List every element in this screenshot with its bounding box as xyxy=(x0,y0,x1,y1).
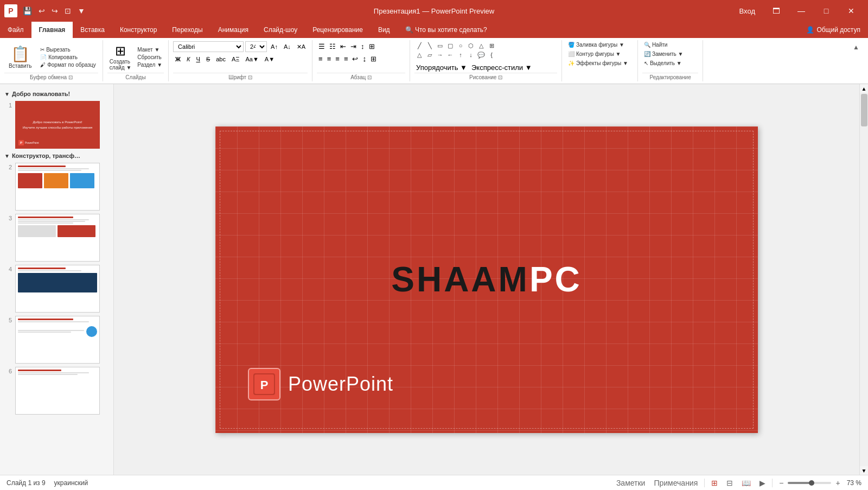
scrollbar-thumb[interactable] xyxy=(861,94,867,126)
shape-roundrect[interactable]: ▢ xyxy=(445,41,455,50)
section-2-header[interactable]: ▼ Конструктор, трансф… xyxy=(0,150,113,161)
align-right-button[interactable]: ≡ xyxy=(334,54,341,64)
spacing-button[interactable]: AΞ xyxy=(229,55,242,63)
shadow-button[interactable]: abc xyxy=(214,55,228,63)
underline-button[interactable]: Ч xyxy=(194,55,202,63)
slide-item-6[interactable]: 6 xyxy=(0,365,113,416)
shape-effects-button[interactable]: ✨ Эффекты фигуры ▼ xyxy=(566,60,630,67)
scrollbar-track[interactable] xyxy=(860,93,868,466)
shape-left-arrow[interactable]: ← xyxy=(445,50,455,59)
share-button[interactable]: 👤 Общий доступ xyxy=(799,22,868,38)
paste-button[interactable]: 📋 Вставить xyxy=(4,44,36,70)
restore-button[interactable]: 🗖 xyxy=(764,0,789,22)
shape-bracket[interactable]: { xyxy=(487,50,496,59)
shape-callout[interactable]: 💬 xyxy=(476,50,486,59)
new-slide-button[interactable]: ⊞ Создатьслайд ▼ xyxy=(107,42,134,72)
quick-styles-button[interactable]: Экспресс-стили ▼ xyxy=(470,62,534,73)
zoom-level[interactable]: 73 % xyxy=(847,479,861,487)
find-button[interactable]: 🔍 Найти xyxy=(642,41,669,48)
tab-search[interactable]: 🔍 Что вы хотите сделать? xyxy=(398,22,495,38)
save-button[interactable]: 💾 xyxy=(21,5,34,16)
shape-arrow[interactable]: △ xyxy=(476,41,486,50)
scroll-down-button[interactable]: ▼ xyxy=(860,466,868,475)
shape-fill-button[interactable]: 🪣 Заливка фигуры ▼ xyxy=(566,41,626,48)
align-left-button[interactable]: ≡ xyxy=(317,54,324,64)
shape-more[interactable]: ⬡ xyxy=(466,41,476,50)
scroll-up-button[interactable]: ▲ xyxy=(860,84,868,93)
tab-slideshow[interactable]: Слайд-шоу xyxy=(256,22,305,38)
collapse-ribbon-button[interactable]: ▲ xyxy=(848,42,864,52)
section-button[interactable]: Раздел ▼ xyxy=(136,61,164,68)
clear-format-button[interactable]: ✕A xyxy=(295,43,308,51)
tab-file[interactable]: Файл xyxy=(0,22,31,38)
notes-button[interactable]: Заметки xyxy=(614,478,648,488)
zoom-out-button[interactable]: − xyxy=(777,478,786,488)
select-button[interactable]: ↖ Выделить ▼ xyxy=(642,60,684,67)
present-button[interactable]: ⊡ xyxy=(62,5,73,16)
arrange-button[interactable]: Упорядочить ▼ xyxy=(414,62,469,73)
smartart-button[interactable]: ⊞ xyxy=(369,54,378,64)
tab-view[interactable]: Вид xyxy=(371,22,398,38)
normal-view-button[interactable]: ⊞ xyxy=(709,478,720,488)
format-painter-button[interactable]: 🖌 Формат по образцу xyxy=(38,61,98,68)
justify-button[interactable]: ≡ xyxy=(342,54,350,64)
slide-item-5[interactable]: 5 xyxy=(0,314,113,365)
line-spacing-button[interactable]: ↕ xyxy=(359,41,366,52)
strikethrough-button[interactable]: S xyxy=(204,55,212,63)
font-decrease-button[interactable]: A↓ xyxy=(282,43,293,50)
quick-access-more[interactable]: ▼ xyxy=(75,5,87,16)
slide-sorter-button[interactable]: ⊟ xyxy=(724,478,735,488)
align-center-button[interactable]: ≡ xyxy=(326,54,333,64)
tab-design[interactable]: Конструктор xyxy=(112,22,164,38)
layout-button[interactable]: Макет ▼ xyxy=(136,46,164,53)
zoom-in-button[interactable]: + xyxy=(833,478,842,488)
shape-outline-button[interactable]: ⬜ Контур фигуры ▼ xyxy=(566,50,622,58)
sign-in-button[interactable]: Вход xyxy=(735,6,760,16)
case-button[interactable]: Aa▼ xyxy=(243,55,260,63)
num-list-button[interactable]: ☷ xyxy=(328,41,337,52)
zoom-track[interactable] xyxy=(788,482,831,484)
font-color-button[interactable]: A▼ xyxy=(263,55,277,63)
shape-tri[interactable]: △ xyxy=(414,50,424,59)
shape-oval[interactable]: ○ xyxy=(456,41,465,50)
font-size-select[interactable]: 24 xyxy=(245,41,267,52)
shape-line[interactable]: ╱ xyxy=(414,41,424,50)
maximize-button[interactable]: □ xyxy=(814,0,839,22)
tab-animations[interactable]: Анимация xyxy=(210,22,256,38)
font-increase-button[interactable]: A↑ xyxy=(269,43,280,50)
font-name-select[interactable]: Calibri xyxy=(173,41,244,52)
shape-down-arrow[interactable]: ↓ xyxy=(466,50,476,59)
undo-button[interactable]: ↩ xyxy=(36,5,47,16)
reset-button[interactable]: Сбросить xyxy=(136,54,164,61)
shape-para[interactable]: ▱ xyxy=(425,50,435,59)
text-align-button[interactable]: ↨ xyxy=(361,54,368,64)
section-1-header[interactable]: ▼ Добро пожаловать! xyxy=(0,88,113,99)
italic-button[interactable]: К xyxy=(184,55,192,63)
text-direction-button[interactable]: ↩ xyxy=(350,54,360,64)
tab-home[interactable]: Главная xyxy=(31,22,73,38)
tab-transitions[interactable]: Переходы xyxy=(164,22,210,38)
close-button[interactable]: ✕ xyxy=(839,0,864,22)
bold-button[interactable]: Ж xyxy=(173,55,183,63)
indent-decrease-button[interactable]: ⇤ xyxy=(339,41,348,52)
slideshow-button[interactable]: ▶ xyxy=(757,478,768,488)
shape-right-arrow[interactable]: → xyxy=(435,50,445,59)
columns-button[interactable]: ⊞ xyxy=(367,41,376,52)
canvas-area[interactable]: SHAAM PC P PowerPoint xyxy=(114,84,859,475)
tab-insert[interactable]: Вставка xyxy=(73,22,112,38)
indent-increase-button[interactable]: ⇥ xyxy=(349,41,358,52)
minimize-button[interactable]: — xyxy=(789,0,814,22)
tab-review[interactable]: Рецензирование xyxy=(305,22,371,38)
zoom-thumb[interactable] xyxy=(809,480,814,486)
shape-up-arrow[interactable]: ↑ xyxy=(456,50,465,59)
shape-star[interactable]: ⊞ xyxy=(487,41,496,50)
slide-item-1[interactable]: 1 Добро пожаловать в PowerPoint! Изучите… xyxy=(0,99,113,150)
redo-button[interactable]: ↪ xyxy=(49,5,60,16)
copy-button[interactable]: 📄 Копировать xyxy=(38,54,98,61)
bullet-list-button[interactable]: ☰ xyxy=(317,41,327,52)
slide-item-2[interactable]: 2 xyxy=(0,161,113,212)
cut-button[interactable]: ✂ Вырезать xyxy=(38,46,98,53)
shape-line2[interactable]: ╲ xyxy=(425,41,435,50)
shape-rect[interactable]: ▭ xyxy=(435,41,445,50)
comments-button[interactable]: Примечания xyxy=(652,478,700,488)
